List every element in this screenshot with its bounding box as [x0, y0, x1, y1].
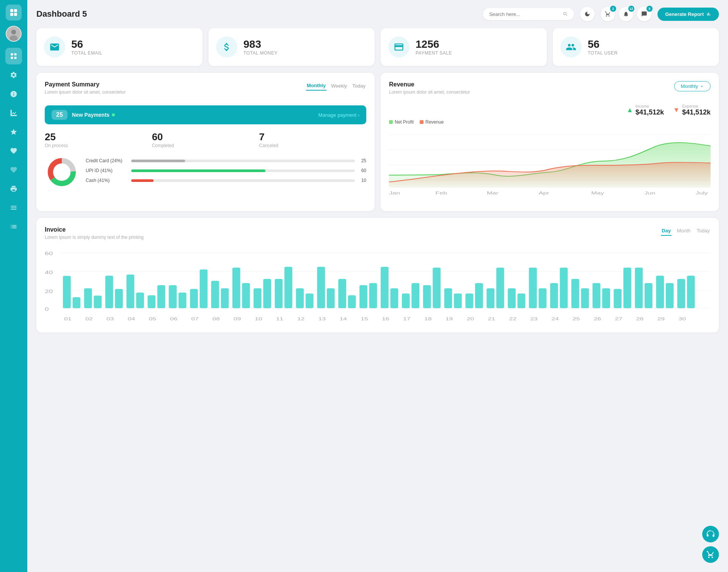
stat-text-user: 56 TOTAL USER — [588, 38, 618, 56]
svg-rect-81 — [496, 268, 504, 308]
sidebar-item-heart2[interactable] — [5, 161, 22, 178]
svg-text:27: 27 — [615, 317, 623, 321]
svg-rect-53 — [200, 270, 208, 308]
svg-text:24: 24 — [551, 317, 559, 321]
sidebar-item-heart[interactable] — [5, 143, 22, 159]
income-icon: ▲ — [626, 106, 633, 114]
svg-text:14: 14 — [339, 317, 347, 321]
revenue-title: Revenue — [389, 81, 470, 88]
svg-rect-121 — [602, 288, 610, 309]
payment-icon-wrap — [388, 36, 410, 58]
sidebar-item-menu[interactable] — [5, 199, 22, 216]
cart-float-btn[interactable] — [702, 546, 719, 563]
tab-weekly[interactable]: Weekly — [330, 81, 348, 90]
page-title: Dashboard 5 — [36, 9, 477, 19]
pm-row-credit: Credit Card (24%) 25 — [86, 158, 366, 163]
cart-icon — [706, 550, 715, 559]
headset-float-btn[interactable] — [702, 526, 719, 542]
shopping-badge: 2 — [610, 6, 616, 12]
avatar[interactable] — [6, 26, 22, 42]
svg-rect-83 — [518, 293, 526, 308]
svg-rect-126 — [656, 276, 664, 308]
svg-rect-46 — [127, 274, 135, 308]
svg-rect-50 — [169, 285, 177, 308]
bell-icon-btn[interactable]: 12 — [619, 7, 633, 21]
pm-row-cash: Cash (41%) 10 — [86, 178, 366, 183]
manage-payment-link[interactable]: Manage payment › — [318, 112, 359, 118]
invoice-subtitle: Lorem Ipsum is simply dummy text of the … — [45, 235, 144, 240]
svg-text:10: 10 — [255, 317, 262, 321]
svg-rect-54 — [211, 281, 219, 308]
svg-rect-57 — [242, 283, 250, 308]
revenue-monthly-btn[interactable]: Monthly — [674, 81, 711, 91]
search-input[interactable] — [489, 11, 560, 17]
svg-text:22: 22 — [509, 317, 516, 321]
generate-report-button[interactable]: Generate Report — [657, 8, 719, 21]
shopping-icon-btn[interactable]: 2 — [601, 7, 615, 21]
header-icons: 2 12 5 — [601, 7, 651, 21]
svg-point-6 — [9, 36, 18, 41]
stat-card-money: 983 TOTAL MONEY — [209, 28, 375, 66]
invoice-tabs: Day Month Today — [661, 226, 711, 236]
svg-rect-73 — [411, 283, 419, 308]
svg-text:20: 20 — [45, 289, 53, 294]
invoice-header: Invoice Lorem Ipsum is simply dummy text… — [45, 226, 711, 245]
stat-card-payment: 1256 PAYMENT SALE — [381, 28, 547, 66]
svg-rect-48 — [147, 295, 155, 308]
sidebar-item-settings[interactable] — [5, 67, 22, 83]
svg-rect-66 — [338, 279, 346, 308]
sidebar-item-star[interactable] — [5, 124, 22, 140]
svg-text:08: 08 — [212, 317, 220, 321]
svg-text:06: 06 — [170, 317, 177, 321]
svg-text:26: 26 — [594, 317, 601, 321]
inv-tab-today[interactable]: Today — [696, 226, 711, 236]
svg-rect-58 — [254, 288, 262, 309]
inv-tab-month[interactable]: Month — [676, 226, 691, 236]
svg-text:Jun: Jun — [645, 191, 656, 195]
theme-toggle-btn[interactable] — [580, 7, 595, 21]
svg-rect-9 — [11, 57, 13, 59]
stat3-completed: 60 Completed — [152, 131, 259, 148]
chat-icon-btn[interactable]: 5 — [637, 7, 651, 21]
invoice-chart: 60 40 20 0 — [45, 248, 711, 324]
invoice-card: Invoice Lorem Ipsum is simply dummy text… — [36, 218, 719, 332]
net-profit-legend-dot — [389, 120, 393, 124]
svg-rect-124 — [635, 268, 643, 308]
sidebar-logo[interactable] — [6, 5, 22, 20]
svg-rect-129 — [687, 276, 695, 308]
payment-icon — [394, 42, 404, 52]
headset-icon — [706, 530, 715, 538]
svg-rect-69 — [369, 283, 377, 308]
sidebar-item-print[interactable] — [5, 180, 22, 197]
np-count: 25 — [52, 110, 67, 120]
sidebar-item-chart[interactable] — [5, 105, 22, 121]
stat-text-payment: 1256 PAYMENT SALE — [416, 38, 452, 56]
svg-rect-72 — [402, 293, 410, 308]
svg-rect-86 — [550, 283, 558, 308]
svg-text:25: 25 — [573, 317, 580, 321]
svg-rect-7 — [11, 53, 13, 56]
content-row: Payment Summary Lorem ipsum dolor sit am… — [36, 73, 719, 211]
svg-text:03: 03 — [107, 317, 114, 321]
svg-rect-49 — [157, 285, 165, 308]
svg-text:60: 60 — [45, 251, 53, 256]
donut-chart — [45, 155, 79, 191]
svg-rect-55 — [221, 288, 229, 309]
svg-rect-41 — [72, 297, 80, 308]
tab-monthly[interactable]: Monthly — [306, 81, 326, 91]
svg-rect-77 — [454, 293, 462, 308]
inv-tab-day[interactable]: Day — [661, 226, 672, 236]
expense-item: ▼ Expense $41,512k — [673, 104, 711, 116]
sidebar-item-info[interactable] — [5, 86, 22, 102]
sidebar-item-list[interactable] — [5, 218, 22, 235]
chat-badge: 5 — [646, 6, 653, 12]
svg-rect-44 — [105, 276, 113, 308]
svg-rect-125 — [645, 283, 653, 308]
svg-text:13: 13 — [318, 317, 326, 321]
tab-today[interactable]: Today — [351, 81, 366, 90]
search-bar[interactable] — [483, 8, 574, 20]
svg-rect-87 — [560, 268, 568, 308]
sidebar-item-dashboard[interactable] — [5, 48, 22, 64]
svg-text:09: 09 — [234, 317, 241, 321]
svg-rect-78 — [465, 293, 473, 308]
